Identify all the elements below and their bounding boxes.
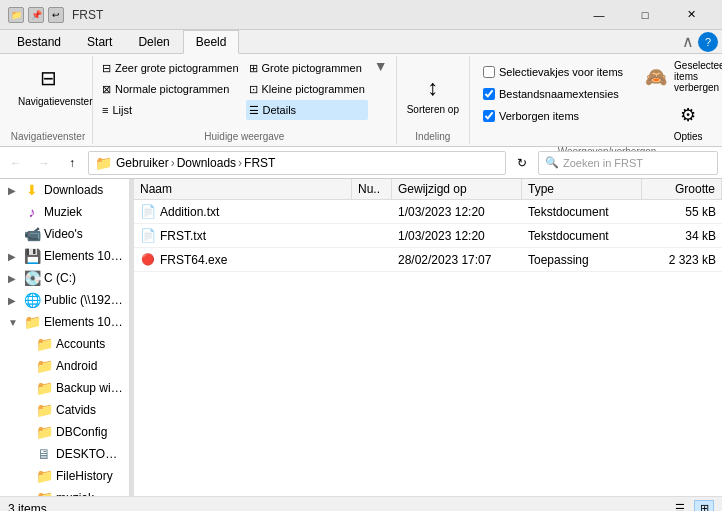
sidebar-item-c-drive[interactable]: ▶ 💽 C (C:)	[0, 267, 129, 289]
sidebar-label-catvids: Catvids	[56, 403, 96, 417]
col-header-type[interactable]: Type	[522, 179, 642, 199]
sidebar-item-accounts[interactable]: 📁 Accounts	[0, 333, 129, 355]
dbconfig-icon: 📁	[36, 424, 52, 440]
sorteren-button[interactable]: ↕ Sorteren op	[403, 70, 463, 117]
window-controls: — □ ✕	[576, 0, 714, 30]
tab-bestand[interactable]: Bestand	[4, 30, 74, 53]
group-weergeven-verbergen: Selectievakjes voor items Bestandsnaamex…	[470, 56, 722, 144]
android-icon: 📁	[36, 358, 52, 374]
lijst-item[interactable]: ≡ Lijst	[99, 100, 242, 120]
bestandsnaam-item[interactable]: Bestandsnaamextensies	[480, 84, 626, 104]
up-button[interactable]: ↑	[60, 151, 84, 175]
app-icon: 📁	[8, 7, 24, 23]
file-list-header: Naam Nu.. Gewijzigd op Type Grootte	[134, 179, 722, 200]
quick-access-icon[interactable]: 📌	[28, 7, 44, 23]
address-path[interactable]: 📁 Gebruiker › Downloads › FRST	[88, 151, 506, 175]
sidebar-item-downloads[interactable]: ▶ ⬇ Downloads	[0, 179, 129, 201]
close-button[interactable]: ✕	[668, 0, 714, 30]
path-frst[interactable]: FRST	[244, 156, 275, 170]
refresh-button[interactable]: ↻	[510, 151, 534, 175]
selectievakjes-checkbox[interactable]	[483, 66, 495, 78]
table-row[interactable]: 📄 FRST.txt 1/03/2023 12:20 Tekstdocument…	[134, 224, 722, 248]
search-box[interactable]: 🔍 Zoeken in FRST	[538, 151, 718, 175]
geselecteerde-verbergen-button[interactable]: 🙈 Geselecteerde items verbergen	[638, 58, 722, 95]
col-header-num[interactable]: Nu..	[352, 179, 392, 199]
sidebar-item-public[interactable]: ▶ 🌐 Public (\\192.168	[0, 289, 129, 311]
back-button[interactable]: ←	[4, 151, 28, 175]
verborgen-checkbox[interactable]	[483, 110, 495, 122]
ribbon-collapse-icon[interactable]: ∧	[682, 32, 694, 51]
file-rows: 📄 Addition.txt 1/03/2023 12:20 Tekstdocu…	[134, 200, 722, 496]
sidebar-item-muziek[interactable]: ♪ Muziek	[0, 201, 129, 223]
file-list: Naam Nu.. Gewijzigd op Type Grootte 📄 Ad…	[134, 179, 722, 496]
col-header-modified[interactable]: Gewijzigd op	[392, 179, 522, 199]
ribbon: Bestand Start Delen Beeld ∧ ? ⊟ Navigati…	[0, 30, 722, 147]
path-folder-icon: 📁	[95, 155, 112, 171]
help-icon[interactable]: ?	[698, 32, 718, 52]
sidebar-label-public: Public (\\192.168	[44, 293, 125, 307]
file-size-addition: 55 kB	[642, 203, 722, 221]
sidebar-label-muziek2: muziek	[56, 491, 94, 496]
sidebar-item-dbconfig[interactable]: 📁 DBConfig	[0, 421, 129, 443]
table-row[interactable]: 📄 Addition.txt 1/03/2023 12:20 Tekstdocu…	[134, 200, 722, 224]
col-header-name[interactable]: Naam	[134, 179, 352, 199]
file-modified-frst: 1/03/2023 12:20	[392, 227, 522, 245]
selectievakjes-item[interactable]: Selectievakjes voor items	[480, 62, 626, 82]
sidebar-item-muziek2[interactable]: 📁 muziek	[0, 487, 129, 496]
opties-button[interactable]: ⚙ Opties	[638, 99, 722, 144]
sidebar-label-c-drive: C (C:)	[44, 271, 76, 285]
group-weergave-title: Huidige weergave	[99, 129, 390, 142]
tab-start[interactable]: Start	[74, 30, 125, 53]
bestandsnaam-checkbox[interactable]	[483, 88, 495, 100]
file-name-frst: 📄 FRST.txt	[134, 226, 352, 246]
search-placeholder: Zoeken in FRST	[563, 157, 643, 169]
status-bar: 3 items ☰ ⊞	[0, 496, 722, 511]
search-icon: 🔍	[545, 156, 559, 169]
sidebar-item-catvids[interactable]: 📁 Catvids	[0, 399, 129, 421]
sidebar-item-elements1[interactable]: ▶ 💾 Elements 10B8 (	[0, 245, 129, 267]
group-indeling-title: Indeling	[403, 129, 463, 142]
frst64-icon: 🔴	[140, 252, 156, 268]
view-large-button[interactable]: ⊞	[694, 500, 714, 512]
minimize-button[interactable]: —	[576, 0, 622, 30]
tab-beeld[interactable]: Beeld	[183, 30, 240, 54]
undo-icon[interactable]: ↩	[48, 7, 64, 23]
sidebar-item-videos[interactable]: 📹 Video's	[0, 223, 129, 245]
maximize-button[interactable]: □	[622, 0, 668, 30]
group-indeling: ↕ Sorteren op Indeling	[397, 56, 470, 144]
weergave-expand-icon[interactable]: ▼	[372, 58, 390, 74]
sidebar-label-accounts: Accounts	[56, 337, 105, 351]
muziek2-icon: 📁	[36, 490, 52, 496]
kleine-item[interactable]: ⊡ Kleine pictogrammen	[246, 79, 368, 99]
catvids-icon: 📁	[36, 402, 52, 418]
navigatievenster-button[interactable]: ⊟ Navigatievenster	[10, 58, 86, 111]
sidebar-item-android[interactable]: 📁 Android	[0, 355, 129, 377]
sidebar-item-elements2[interactable]: ▼ 📁 Elements 10B8 (A:	[0, 311, 129, 333]
sidebar-item-desktop[interactable]: 🖥 DESKTOP-D07N\	[0, 443, 129, 465]
file-name-addition: 📄 Addition.txt	[134, 202, 352, 222]
path-downloads[interactable]: Downloads	[177, 156, 236, 170]
normale-item[interactable]: ⊠ Normale pictogrammen	[99, 79, 242, 99]
path-gebruiker[interactable]: Gebruiker	[116, 156, 169, 170]
details-item[interactable]: ☰ Details	[246, 100, 368, 120]
expand-icon: ▶	[8, 185, 20, 196]
window-title: FRST	[72, 8, 576, 22]
desktop-icon: 🖥	[36, 446, 52, 462]
opties-icon: ⚙	[674, 101, 702, 129]
file-modified-frst64: 28/02/2023 17:07	[392, 251, 522, 269]
view-details-button[interactable]: ☰	[670, 500, 690, 512]
sidebar-label-muziek: Muziek	[44, 205, 82, 219]
zeer-grote-item[interactable]: ⊟ Zeer grote pictogrammen	[99, 58, 242, 78]
filehistory-icon: 📁	[36, 468, 52, 484]
sidebar-item-backup[interactable]: 📁 Backup windows	[0, 377, 129, 399]
col-header-size[interactable]: Grootte	[642, 179, 722, 199]
sidebar: ▶ ⬇ Downloads ♪ Muziek 📹 Video's ▶ 💾 Ele…	[0, 179, 130, 496]
forward-button[interactable]: →	[32, 151, 56, 175]
elements1-icon: 💾	[24, 248, 40, 264]
address-bar: ← → ↑ 📁 Gebruiker › Downloads › FRST ↻ 🔍…	[0, 147, 722, 179]
tab-delen[interactable]: Delen	[125, 30, 182, 53]
verborgen-item[interactable]: Verborgen items	[480, 106, 626, 126]
grote-item[interactable]: ⊞ Grote pictogrammen	[246, 58, 368, 78]
table-row[interactable]: 🔴 FRST64.exe 28/02/2023 17:07 Toepassing…	[134, 248, 722, 272]
sidebar-item-filehistory[interactable]: 📁 FileHistory	[0, 465, 129, 487]
